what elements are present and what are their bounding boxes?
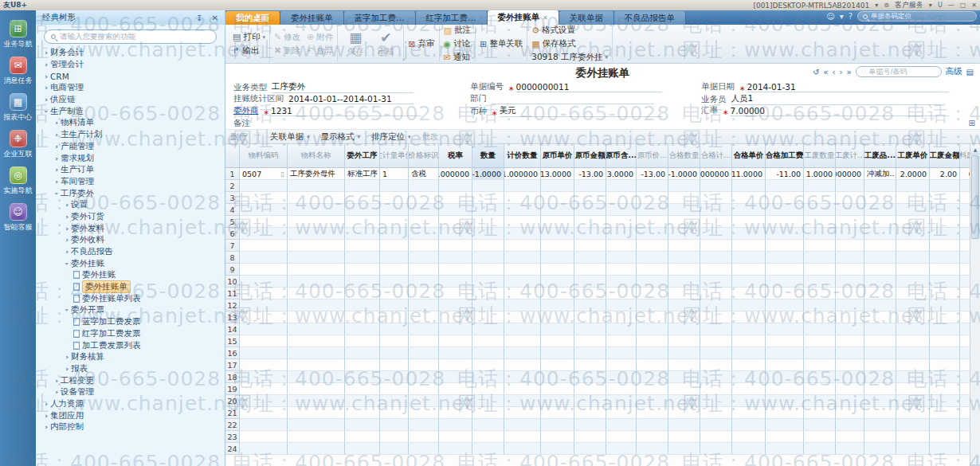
cell[interactable] <box>732 359 766 371</box>
cell[interactable] <box>700 371 732 383</box>
cell[interactable] <box>606 419 637 431</box>
cell[interactable] <box>240 323 288 335</box>
sidebar-search-input[interactable]: 请输入您要搜索的功能 <box>44 29 217 44</box>
help-icon[interactable]: ? <box>849 12 853 21</box>
cell[interactable] <box>732 300 766 311</box>
minimize-button[interactable]: — <box>948 2 955 9</box>
cell[interactable] <box>541 323 574 335</box>
cell[interactable] <box>504 276 541 288</box>
cell[interactable] <box>541 276 574 288</box>
docno-search-input[interactable]: 单据号/条码 <box>856 66 942 77</box>
cell[interactable] <box>836 252 864 264</box>
cell[interactable] <box>896 240 930 252</box>
toolbar-button-输出[interactable]: ↱输出 <box>233 45 265 57</box>
table-row[interactable]: 24 <box>225 443 980 455</box>
cell[interactable] <box>345 216 380 228</box>
cell[interactable] <box>930 419 960 431</box>
table-row[interactable]: 23 <box>225 431 980 443</box>
cell[interactable] <box>766 371 804 383</box>
cell[interactable] <box>439 216 472 228</box>
cell[interactable] <box>668 335 700 347</box>
cell[interactable] <box>930 407 960 419</box>
cell[interactable] <box>439 240 472 252</box>
cell[interactable]: 13.0000 <box>541 168 574 180</box>
cell[interactable] <box>766 288 804 300</box>
tab-home[interactable]: 我的桌面 <box>225 11 280 25</box>
cell[interactable] <box>288 359 345 371</box>
cell[interactable] <box>836 359 864 371</box>
column-header-主计量单位[interactable]: 主计量单位 <box>380 144 409 168</box>
cell[interactable] <box>668 431 700 443</box>
row-number[interactable]: 19 <box>225 383 240 395</box>
tree-item-5[interactable]: ›生产制造 <box>36 105 225 117</box>
cell[interactable] <box>288 347 345 359</box>
barcode-search-input[interactable]: 单据条码定位 <box>857 11 977 22</box>
row-number[interactable]: 21 <box>225 407 240 419</box>
cell[interactable] <box>574 228 606 240</box>
cell[interactable] <box>836 204 864 216</box>
cell[interactable] <box>836 311 864 323</box>
chevron-down-icon[interactable]: ▾ <box>929 2 932 9</box>
cell[interactable] <box>668 276 700 288</box>
cell[interactable] <box>606 407 637 419</box>
cell[interactable] <box>574 407 606 419</box>
cell[interactable] <box>288 407 345 419</box>
cell[interactable] <box>504 311 541 323</box>
table-row[interactable]: 12 <box>225 300 980 311</box>
cell[interactable] <box>288 180 345 192</box>
cell[interactable] <box>541 180 574 192</box>
cell[interactable] <box>930 216 960 228</box>
cell[interactable]: 0.000000 <box>439 168 472 180</box>
row-number[interactable]: 16 <box>225 347 240 359</box>
row-number[interactable]: 2 <box>225 180 240 192</box>
column-header-工废数量[interactable]: 工废数量 <box>804 144 836 168</box>
gridbar-button-关联单据[interactable]: 关联单据▾ <box>270 131 310 143</box>
cell[interactable] <box>930 431 960 443</box>
tree-item-19[interactable]: 委外挂账 <box>36 269 225 281</box>
row-number[interactable]: 13 <box>225 311 240 323</box>
cell[interactable] <box>439 180 472 192</box>
cell[interactable] <box>896 288 930 300</box>
cell[interactable] <box>409 204 439 216</box>
cell[interactable] <box>472 240 504 252</box>
cell[interactable] <box>637 228 668 240</box>
column-header-原币金额[interactable]: 原币金额 <box>574 144 606 168</box>
cell[interactable] <box>541 407 574 419</box>
cell[interactable] <box>606 395 637 407</box>
cell[interactable]: -1.0000 <box>668 168 700 180</box>
cell[interactable] <box>345 311 380 323</box>
cell[interactable] <box>409 371 439 383</box>
cell[interactable] <box>637 300 668 311</box>
cell[interactable] <box>504 443 541 455</box>
cell[interactable] <box>541 216 574 228</box>
cell[interactable]: 13.0000 <box>606 168 637 180</box>
cell[interactable] <box>766 180 804 192</box>
cell[interactable] <box>504 407 541 419</box>
cell[interactable] <box>380 228 409 240</box>
column-header-物料编码[interactable]: 物料编码 <box>240 144 288 168</box>
cell[interactable] <box>766 323 804 335</box>
cell[interactable] <box>766 347 804 359</box>
cell[interactable] <box>240 383 288 395</box>
row-number[interactable]: 17 <box>225 359 240 371</box>
cell[interactable] <box>766 240 804 252</box>
cell[interactable] <box>409 300 439 311</box>
cell[interactable] <box>700 443 732 455</box>
cell[interactable] <box>930 192 960 204</box>
cell[interactable] <box>637 383 668 395</box>
cell[interactable] <box>345 443 380 455</box>
cell[interactable] <box>574 311 606 323</box>
cell[interactable] <box>864 443 896 455</box>
cell[interactable] <box>766 383 804 395</box>
cell[interactable] <box>804 407 836 419</box>
cell[interactable] <box>345 431 380 443</box>
cell[interactable] <box>836 180 864 192</box>
column-header-计价数量[interactable]: 计价数量 <box>504 144 541 168</box>
last-record-icon[interactable]: » <box>846 68 851 76</box>
cell[interactable] <box>804 192 836 204</box>
cell[interactable] <box>240 300 288 311</box>
cell[interactable] <box>380 240 409 252</box>
cell[interactable] <box>240 395 288 407</box>
cell[interactable] <box>896 264 930 276</box>
chevron-down-icon[interactable]: ▾ <box>840 12 844 21</box>
